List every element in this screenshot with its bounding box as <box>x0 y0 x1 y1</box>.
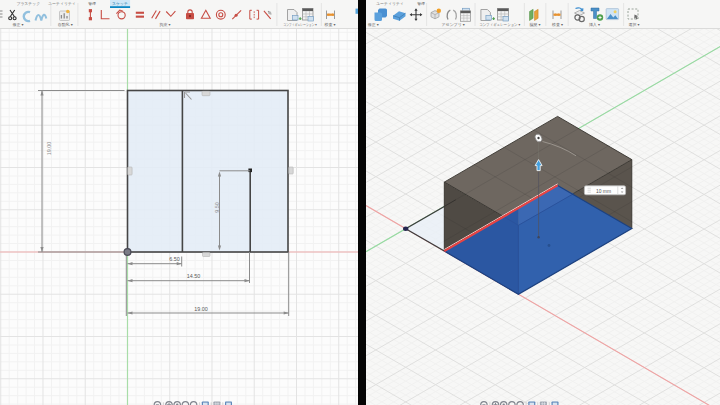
svg-text:プラスチック: プラスチック <box>16 2 40 6</box>
svg-text:19.00: 19.00 <box>46 142 52 156</box>
svg-text:検査 ▾: 検査 ▾ <box>552 22 563 27</box>
svg-text:14.50: 14.50 <box>187 273 201 279</box>
svg-text:ユーティリティ: ユーティリティ <box>376 2 404 6</box>
svg-text:構築 ▾: 構築 ▾ <box>529 22 540 27</box>
svg-text:修正 ▾: 修正 ▾ <box>367 22 378 27</box>
svg-text:スケッチ: スケッチ <box>112 2 128 6</box>
svg-text:管理: 管理 <box>417 1 425 6</box>
svg-text:挿入 ▾: 挿入 ▾ <box>588 22 599 27</box>
svg-text:検査 ▾: 検査 ▾ <box>325 22 336 27</box>
svg-text:自動化 ▾: 自動化 ▾ <box>58 22 73 27</box>
svg-text:修正 ▾: 修正 ▾ <box>13 22 24 27</box>
svg-text:10 mm: 10 mm <box>595 189 610 194</box>
svg-text:コンフィギュレーション ▾: コンフィギュレーション ▾ <box>283 22 316 27</box>
svg-text:アセンブリ ▾: アセンブリ ▾ <box>441 22 464 27</box>
svg-text:選択 ▾: 選択 ▾ <box>628 22 639 27</box>
svg-text:9.50: 9.50 <box>214 202 220 213</box>
svg-text:19.00: 19.00 <box>194 306 208 312</box>
svg-text:コンフィギュレーション ▾: コンフィギュレーション ▾ <box>479 22 520 27</box>
svg-text:ユーティリティ: ユーティリティ <box>48 2 76 6</box>
svg-text:管理: 管理 <box>88 1 96 6</box>
svg-text:6.50: 6.50 <box>169 256 180 262</box>
